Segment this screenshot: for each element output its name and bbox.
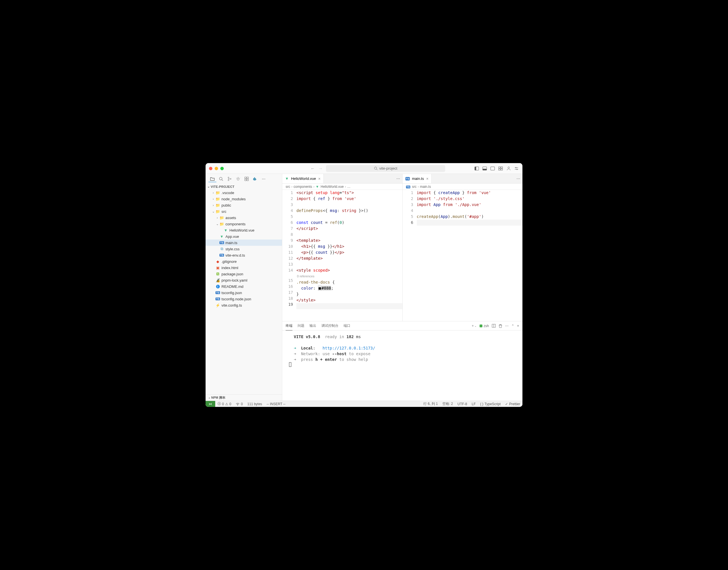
language-status[interactable]: { }TypeScript	[478, 401, 503, 406]
back-button[interactable]: ←	[309, 166, 316, 172]
eol-status[interactable]: LF	[469, 401, 478, 406]
panel-tab[interactable]: 终端	[286, 323, 292, 330]
file-tree-item[interactable]: ▣index.html	[205, 265, 282, 271]
panel-tab[interactable]: 端口	[343, 323, 350, 328]
layout-panel-icon[interactable]	[482, 166, 487, 171]
code-editor-right[interactable]: 123456 import { createApp } from 'vue'im…	[403, 190, 523, 321]
more-icon[interactable]: ⋯	[259, 175, 267, 182]
tab-label: main.ts	[412, 177, 424, 181]
remote-button[interactable]	[205, 401, 215, 407]
file-tree-item[interactable]: ›📁public	[205, 202, 282, 208]
breadcrumb-item[interactable]: main.ts	[420, 185, 431, 189]
breadcrumbs-left[interactable]: src›components›▼HelloWorld.vue›…	[282, 184, 402, 190]
file-tree-item[interactable]: ›📁.vscode	[205, 190, 282, 196]
file-tree-item[interactable]: iREADME.md	[205, 283, 282, 290]
tab-more-icon[interactable]: ⋯	[517, 177, 520, 181]
file-label: README.md	[221, 284, 243, 289]
close-window-button[interactable]	[209, 167, 212, 170]
docker-icon[interactable]	[251, 175, 259, 182]
encoding-status[interactable]: UTF-8	[455, 401, 469, 406]
kill-terminal-icon[interactable]	[499, 324, 502, 328]
editor-pane-left: ▼ HelloWorld.vue × ⋯ src›components›▼Hel…	[282, 174, 403, 321]
shell-indicator[interactable]: zsh	[480, 324, 489, 328]
breadcrumb-item[interactable]: src	[286, 185, 290, 189]
split-terminal-icon[interactable]	[492, 324, 496, 328]
terminal-output[interactable]: VITE v5.0.8 ready in 182 ms ➜ Local: htt…	[282, 330, 523, 401]
file-tree-item[interactable]: ▼App.vue	[205, 233, 282, 240]
tab-more-icon[interactable]: ⋯	[397, 177, 400, 181]
forward-button[interactable]: →	[317, 166, 324, 172]
settings-icon[interactable]	[514, 166, 519, 171]
file-tree-item[interactable]: TSmain.ts	[205, 240, 282, 246]
breadcrumb-item[interactable]: …	[347, 185, 350, 189]
svg-line-23	[236, 178, 236, 178]
svg-rect-27	[247, 179, 248, 181]
debug-icon[interactable]	[234, 175, 242, 182]
close-tab-icon[interactable]: ×	[318, 177, 320, 181]
line-col-status[interactable]: 行 6, 列 1	[421, 401, 440, 406]
file-tree-item[interactable]: ⧉style.css	[205, 246, 282, 252]
extensions-icon[interactable]	[242, 175, 250, 182]
file-tree-item[interactable]: ▼HelloWorld.vue	[205, 227, 282, 233]
svg-point-20	[230, 178, 231, 179]
tab-helloworld[interactable]: ▼ HelloWorld.vue ×	[282, 174, 324, 183]
breadcrumb-item[interactable]: components	[293, 185, 312, 189]
close-panel-icon[interactable]: ×	[517, 324, 519, 328]
panel-tab[interactable]: 问题	[297, 323, 304, 328]
file-label: HelloWorld.vue	[229, 228, 254, 232]
prettier-status[interactable]: ✓Prettier	[503, 401, 523, 406]
file-tree-item[interactable]: ›📁node_modules	[205, 196, 282, 202]
file-label: node_modules	[221, 197, 245, 201]
file-tree-item[interactable]: ⚡vite.config.ts	[205, 302, 282, 308]
customize-layout-icon[interactable]	[498, 166, 503, 171]
search-sidebar-icon[interactable]	[217, 175, 225, 182]
file-tree-item[interactable]: ›📁assets	[205, 215, 282, 221]
file-tree-item[interactable]: TSvite-env.d.ts	[205, 252, 282, 258]
source-control-icon[interactable]	[225, 175, 233, 182]
file-tree-item[interactable]: 🔏pnpm-lock.yaml	[205, 277, 282, 283]
problems-status[interactable]: ⓧ0 ⚠0	[215, 401, 233, 406]
project-title[interactable]: ⌄ VITE-PROJECT	[205, 184, 282, 190]
command-center-search[interactable]: vite-project	[326, 165, 445, 172]
file-icon: 📁	[219, 216, 224, 220]
file-icon: 📁	[219, 222, 224, 226]
file-tree-item[interactable]: Npackage.json	[205, 271, 282, 277]
file-tree-item[interactable]: ⌄📁components	[205, 221, 282, 227]
file-label: public	[221, 203, 231, 208]
project-title-text: VITE-PROJECT	[211, 185, 234, 189]
close-tab-icon[interactable]: ×	[426, 177, 429, 181]
bytes-status[interactable]: 111 bytes	[245, 402, 264, 406]
file-tree-item[interactable]: TStsconfig.json	[205, 290, 282, 296]
maximize-panel-icon[interactable]: ⌃	[511, 324, 514, 328]
explorer-sidebar: ⋯ ⌄ VITE-PROJECT ›📁.vscode›📁node_modules…	[205, 174, 282, 401]
file-icon: 📁	[215, 203, 220, 208]
tab-main-ts[interactable]: TS main.ts ×	[403, 174, 432, 183]
file-tree-item[interactable]: TStsconfig.node.json	[205, 296, 282, 302]
svg-rect-10	[501, 169, 503, 170]
new-terminal-icon[interactable]: ＋⌄	[471, 323, 477, 328]
npm-scripts-section[interactable]: › NPM 脚本	[205, 394, 282, 401]
file-label: package.json	[221, 272, 243, 276]
breadcrumb-item[interactable]: src	[412, 185, 417, 189]
ports-status[interactable]: 0	[233, 402, 245, 406]
indentation-status[interactable]: 空格: 2	[440, 401, 455, 406]
code-editor-left[interactable]: 12345678910111213141516171819 <script se…	[282, 190, 402, 321]
fullscreen-window-button[interactable]	[220, 167, 224, 170]
breadcrumbs-right[interactable]: TSsrc›main.ts	[403, 184, 523, 190]
layout-sidebar-left-icon[interactable]	[474, 166, 479, 171]
svg-rect-28	[247, 177, 248, 179]
file-tree-item[interactable]: ◆.gitignore	[205, 258, 282, 265]
file-icon: TS	[215, 297, 220, 300]
minimize-window-button[interactable]	[215, 167, 218, 170]
codelens[interactable]: 0 references	[296, 273, 402, 279]
panel-tab[interactable]: 调试控制台	[321, 323, 338, 328]
account-icon[interactable]	[506, 166, 511, 171]
panel-more-icon[interactable]: ⋯	[505, 324, 509, 328]
vim-mode-status[interactable]: -- INSERT --	[264, 402, 287, 406]
layout-sidebar-right-icon[interactable]	[490, 166, 495, 171]
panel-tab[interactable]: 输出	[309, 323, 316, 328]
breadcrumb-item[interactable]: HelloWorld.vue	[320, 185, 343, 189]
explorer-folder-icon[interactable]	[208, 175, 216, 182]
tabs-right: TS main.ts × ⋯	[403, 174, 523, 184]
file-tree-item[interactable]: ⌄📁src	[205, 208, 282, 215]
